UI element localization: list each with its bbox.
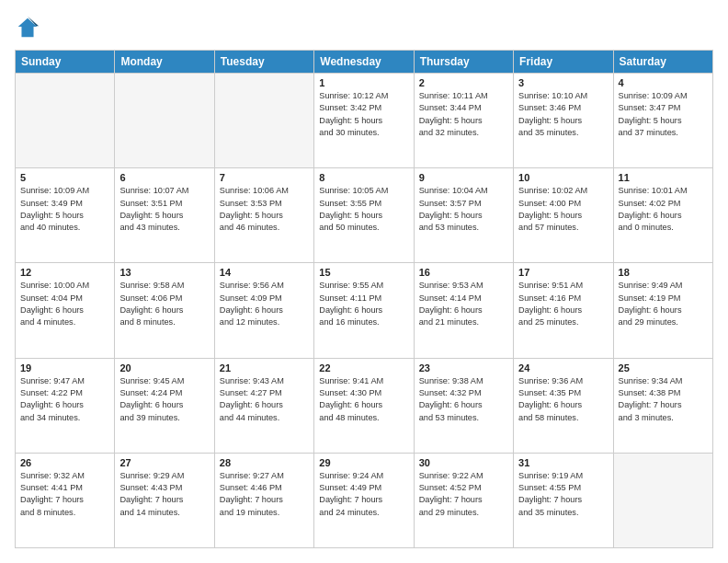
calendar-cell: 23Sunrise: 9:38 AM Sunset: 4:32 PM Dayli… (414, 358, 513, 453)
day-info: Sunrise: 9:24 AM Sunset: 4:49 PM Dayligh… (319, 470, 408, 519)
day-info: Sunrise: 9:47 AM Sunset: 4:22 PM Dayligh… (20, 375, 109, 424)
day-number: 6 (119, 172, 209, 183)
day-number: 28 (220, 457, 309, 468)
calendar-cell: 14Sunrise: 9:56 AM Sunset: 4:09 PM Dayli… (214, 263, 313, 358)
day-info: Sunrise: 9:49 AM Sunset: 4:19 PM Dayligh… (619, 280, 708, 328)
calendar-cell: 2Sunrise: 10:11 AM Sunset: 3:44 PM Dayli… (414, 74, 513, 168)
weekday-header-friday: Friday (514, 51, 613, 74)
day-info: Sunrise: 10:09 AM Sunset: 3:49 PM Daylig… (20, 185, 109, 234)
week-row-3: 12Sunrise: 10:00 AM Sunset: 4:04 PM Dayl… (16, 263, 713, 358)
day-number: 10 (518, 172, 608, 183)
day-info: Sunrise: 10:00 AM Sunset: 4:04 PM Daylig… (20, 280, 109, 328)
calendar-cell: 8Sunrise: 10:05 AM Sunset: 3:55 PM Dayli… (314, 168, 414, 263)
calendar-cell: 30Sunrise: 9:22 AM Sunset: 4:52 PM Dayli… (414, 453, 513, 547)
day-info: Sunrise: 9:41 AM Sunset: 4:30 PM Dayligh… (319, 375, 408, 424)
day-number: 18 (619, 267, 708, 278)
day-number: 26 (20, 457, 109, 468)
calendar-cell: 13Sunrise: 9:58 AM Sunset: 4:06 PM Dayli… (115, 263, 214, 358)
day-number: 24 (518, 362, 608, 373)
day-number: 27 (119, 457, 209, 468)
calendar-cell: 18Sunrise: 9:49 AM Sunset: 4:19 PM Dayli… (613, 263, 712, 358)
day-number: 30 (419, 457, 508, 468)
day-number: 31 (518, 457, 608, 468)
calendar-cell (214, 74, 313, 168)
day-number: 25 (619, 362, 708, 373)
calendar-cell: 25Sunrise: 9:34 AM Sunset: 4:38 PM Dayli… (613, 358, 712, 453)
svg-marker-0 (18, 18, 38, 38)
calendar: SundayMondayTuesdayWednesdayThursdayFrid… (15, 50, 713, 548)
day-info: Sunrise: 9:58 AM Sunset: 4:06 PM Dayligh… (119, 280, 209, 328)
day-number: 3 (518, 77, 608, 88)
day-info: Sunrise: 9:29 AM Sunset: 4:43 PM Dayligh… (119, 470, 209, 519)
calendar-cell (613, 453, 712, 547)
day-info: Sunrise: 9:56 AM Sunset: 4:09 PM Dayligh… (220, 280, 309, 328)
weekday-header-row: SundayMondayTuesdayWednesdayThursdayFrid… (16, 51, 713, 74)
calendar-cell: 9Sunrise: 10:04 AM Sunset: 3:57 PM Dayli… (414, 168, 513, 263)
day-number: 29 (319, 457, 408, 468)
day-info: Sunrise: 9:19 AM Sunset: 4:55 PM Dayligh… (518, 470, 608, 519)
day-number: 5 (20, 172, 109, 183)
day-info: Sunrise: 10:12 AM Sunset: 3:42 PM Daylig… (319, 90, 408, 139)
day-number: 20 (119, 362, 209, 373)
day-number: 23 (419, 362, 508, 373)
weekday-header-tuesday: Tuesday (214, 51, 313, 74)
page: SundayMondayTuesdayWednesdayThursdayFrid… (0, 0, 728, 563)
day-number: 9 (419, 172, 508, 183)
day-number: 1 (319, 77, 408, 88)
calendar-cell (16, 74, 115, 168)
day-number: 11 (619, 172, 708, 183)
day-info: Sunrise: 9:22 AM Sunset: 4:52 PM Dayligh… (419, 470, 508, 519)
logo (15, 15, 42, 40)
calendar-cell: 11Sunrise: 10:01 AM Sunset: 4:02 PM Dayl… (613, 168, 712, 263)
weekday-header-thursday: Thursday (414, 51, 513, 74)
calendar-cell: 21Sunrise: 9:43 AM Sunset: 4:27 PM Dayli… (214, 358, 313, 453)
day-number: 17 (518, 267, 608, 278)
day-number: 12 (20, 267, 109, 278)
calendar-cell: 31Sunrise: 9:19 AM Sunset: 4:55 PM Dayli… (514, 453, 613, 547)
calendar-cell: 20Sunrise: 9:45 AM Sunset: 4:24 PM Dayli… (115, 358, 214, 453)
weekday-header-sunday: Sunday (16, 51, 115, 74)
calendar-cell: 24Sunrise: 9:36 AM Sunset: 4:35 PM Dayli… (514, 358, 613, 453)
day-number: 8 (319, 172, 408, 183)
calendar-cell (115, 74, 214, 168)
day-number: 4 (619, 77, 708, 88)
day-info: Sunrise: 9:55 AM Sunset: 4:11 PM Dayligh… (319, 280, 408, 328)
calendar-cell: 12Sunrise: 10:00 AM Sunset: 4:04 PM Dayl… (16, 263, 115, 358)
day-number: 21 (220, 362, 309, 373)
calendar-cell: 10Sunrise: 10:02 AM Sunset: 4:00 PM Dayl… (514, 168, 613, 263)
weekday-header-saturday: Saturday (613, 51, 712, 74)
day-info: Sunrise: 10:05 AM Sunset: 3:55 PM Daylig… (319, 185, 408, 234)
day-info: Sunrise: 9:36 AM Sunset: 4:35 PM Dayligh… (518, 375, 608, 424)
day-number: 2 (419, 77, 508, 88)
day-number: 19 (20, 362, 109, 373)
calendar-cell: 5Sunrise: 10:09 AM Sunset: 3:49 PM Dayli… (16, 168, 115, 263)
day-number: 15 (319, 267, 408, 278)
day-info: Sunrise: 10:02 AM Sunset: 4:00 PM Daylig… (518, 185, 608, 234)
header (15, 15, 713, 40)
calendar-cell: 17Sunrise: 9:51 AM Sunset: 4:16 PM Dayli… (514, 263, 613, 358)
calendar-cell: 28Sunrise: 9:27 AM Sunset: 4:46 PM Dayli… (214, 453, 313, 547)
calendar-cell: 27Sunrise: 9:29 AM Sunset: 4:43 PM Dayli… (115, 453, 214, 547)
day-number: 7 (220, 172, 309, 183)
weekday-header-monday: Monday (115, 51, 214, 74)
week-row-4: 19Sunrise: 9:47 AM Sunset: 4:22 PM Dayli… (16, 358, 713, 453)
day-info: Sunrise: 9:32 AM Sunset: 4:41 PM Dayligh… (20, 470, 109, 519)
day-info: Sunrise: 10:04 AM Sunset: 3:57 PM Daylig… (419, 185, 508, 234)
day-info: Sunrise: 9:38 AM Sunset: 4:32 PM Dayligh… (419, 375, 508, 424)
day-info: Sunrise: 10:10 AM Sunset: 3:46 PM Daylig… (518, 90, 608, 139)
week-row-2: 5Sunrise: 10:09 AM Sunset: 3:49 PM Dayli… (16, 168, 713, 263)
day-info: Sunrise: 9:51 AM Sunset: 4:16 PM Dayligh… (518, 280, 608, 328)
day-number: 22 (319, 362, 408, 373)
calendar-cell: 22Sunrise: 9:41 AM Sunset: 4:30 PM Dayli… (314, 358, 414, 453)
calendar-cell: 7Sunrise: 10:06 AM Sunset: 3:53 PM Dayli… (214, 168, 313, 263)
calendar-cell: 16Sunrise: 9:53 AM Sunset: 4:14 PM Dayli… (414, 263, 513, 358)
day-number: 14 (220, 267, 309, 278)
day-info: Sunrise: 10:01 AM Sunset: 4:02 PM Daylig… (619, 185, 708, 234)
day-info: Sunrise: 10:07 AM Sunset: 3:51 PM Daylig… (119, 185, 209, 234)
calendar-cell: 19Sunrise: 9:47 AM Sunset: 4:22 PM Dayli… (16, 358, 115, 453)
calendar-cell: 3Sunrise: 10:10 AM Sunset: 3:46 PM Dayli… (514, 74, 613, 168)
day-info: Sunrise: 9:45 AM Sunset: 4:24 PM Dayligh… (119, 375, 209, 424)
calendar-cell: 4Sunrise: 10:09 AM Sunset: 3:47 PM Dayli… (613, 74, 712, 168)
calendar-cell: 26Sunrise: 9:32 AM Sunset: 4:41 PM Dayli… (16, 453, 115, 547)
day-info: Sunrise: 9:53 AM Sunset: 4:14 PM Dayligh… (419, 280, 508, 328)
